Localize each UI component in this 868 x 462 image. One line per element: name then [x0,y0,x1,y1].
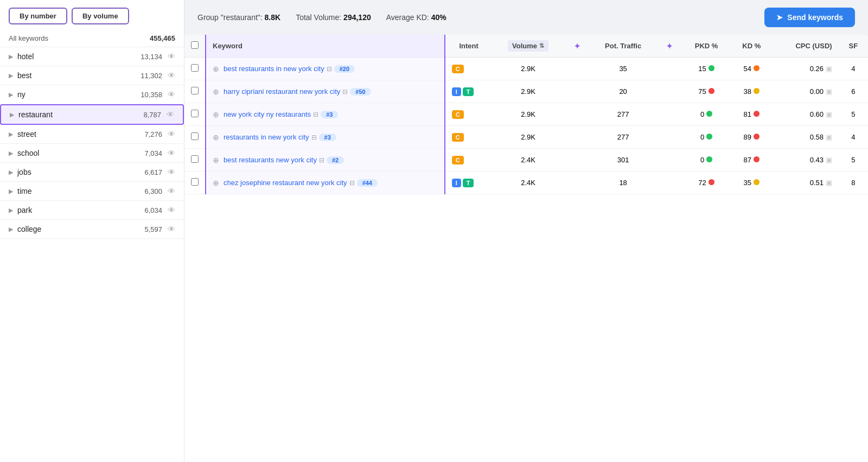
pkd-cell: 0 [682,126,731,149]
cpc-cell: 0.43 ▣ [773,149,839,172]
pot-traffic-cell: 277 [590,103,656,126]
kd-cell: 38 [731,80,773,103]
chevron-right-icon: ▶ [9,169,13,176]
sidebar-item-park[interactable]: ▶ park 6,034 👁 [0,201,184,220]
plus-icon: ⊕ [213,65,219,73]
sidebar-item-hotel[interactable]: ▶ hotel 13,134 👁 [0,47,184,66]
eye-icon[interactable]: 👁 [168,71,175,80]
table-icon: ⊟ [327,65,332,73]
sidebar-item-school[interactable]: ▶ school 7,034 👁 [0,144,184,163]
row-checkbox[interactable] [191,87,199,94]
camera-icon: ▣ [826,87,832,96]
row-checkbox[interactable] [191,132,199,140]
table-row: ⊕ best restaurants new york city ⊟ #2 C … [184,149,868,172]
eye-icon[interactable]: 👁 [168,206,175,214]
cpc-cell: 0.58 ▣ [773,126,839,149]
intent-cell: IT [445,172,493,194]
sparkle-1-header: ✦ [564,35,590,58]
sidebar-item-best[interactable]: ▶ best 11,302 👁 [0,66,184,85]
sidebar-keyword-label: time [17,187,31,195]
intent-badge: C [452,110,464,119]
kd-dot [754,156,760,162]
sidebar-item-college[interactable]: ▶ college 5,597 👁 [0,220,184,239]
eye-icon[interactable]: 👁 [167,110,174,119]
table-icon: ⊟ [319,156,324,164]
row-checkbox-cell [184,126,206,149]
eye-icon[interactable]: 👁 [168,149,175,157]
eye-icon[interactable]: 👁 [168,130,175,138]
eye-icon[interactable]: 👁 [168,225,175,233]
send-keywords-button[interactable]: ➤ Send keywords [764,8,855,27]
sidebar-item-restaurant[interactable]: ▶ restaurant 8,787 👁 [0,104,184,125]
sparkle-cell-2 [656,58,682,80]
row-checkbox[interactable] [191,110,199,117]
row-checkbox[interactable] [191,178,199,186]
keyword-link[interactable]: ⊕ new york city ny restaurants ⊟ #3 [213,110,438,119]
keyword-group-list: ▶ hotel 13,134 👁 ▶ best 11,302 👁 ▶ ny 10… [0,47,184,462]
keyword-link[interactable]: ⊕ restaurants in new york city ⊟ #3 [213,133,438,142]
cpc-cell: 0.26 ▣ [773,58,839,80]
volume-cell: 2.9K [493,80,564,103]
rank-badge: #44 [357,179,378,187]
intent-col-header: Intent [445,35,493,58]
row-checkbox-cell [184,172,206,194]
camera-icon: ▣ [826,179,832,187]
select-all-checkbox[interactable] [191,41,199,49]
table-row: ⊕ chez josephine restaurant new york cit… [184,172,868,194]
by-number-button[interactable]: By number [9,8,67,24]
sidebar: By number By volume All keywords 455,465… [0,0,184,462]
kd-cell: 35 [731,172,773,194]
intent-badge: T [463,87,474,96]
by-volume-button[interactable]: By volume [72,8,129,24]
keyword-link[interactable]: ⊕ chez josephine restaurant new york cit… [213,179,438,187]
sidebar-keyword-label: best [17,71,31,80]
intent-cell: C [445,149,493,172]
kd-dot [754,179,760,185]
volume-cell: 2.9K [493,126,564,149]
chevron-right-icon: ▶ [9,72,13,79]
rank-badge: #3 [319,134,336,141]
sf-col-header: SF [839,35,868,58]
keyword-cell: ⊕ chez josephine restaurant new york cit… [206,172,445,194]
eye-icon[interactable]: 👁 [168,168,175,176]
keyword-cell: ⊕ new york city ny restaurants ⊟ #3 [206,103,445,126]
cpc-col-header: CPC (USD) [773,35,839,58]
sidebar-item-ny[interactable]: ▶ ny 10,358 👁 [0,85,184,104]
sidebar-count: 6,300 [144,187,162,195]
sidebar-item-street[interactable]: ▶ street 7,276 👁 [0,125,184,144]
topbar: Group "restaurant": 8.8K Total Volume: 2… [184,0,868,35]
keyword-link[interactable]: ⊕ best restaurants new york city ⊟ #2 [213,156,438,164]
kd-dot [754,111,760,117]
row-checkbox[interactable] [191,155,199,163]
pkd-dot [706,134,712,140]
keyword-text: best restaurants new york city [224,156,317,164]
sidebar-keyword-label: college [17,225,41,233]
plus-icon: ⊕ [213,133,219,142]
table-row: ⊕ best restaurants in new york city ⊟ #2… [184,58,868,80]
eye-icon[interactable]: 👁 [168,52,175,61]
kd-cell: 89 [731,126,773,149]
sparkle-cell [564,103,590,126]
kd-dot [754,134,760,140]
cpc-cell: 0.00 ▣ [773,80,839,103]
keyword-link[interactable]: ⊕ best restaurants in new york city ⊟ #2… [213,65,438,73]
sidebar-item-jobs[interactable]: ▶ jobs 6,617 👁 [0,163,184,182]
sparkle-2-header: ✦ [656,35,682,58]
sidebar-count: 6,617 [144,168,162,176]
keyword-link[interactable]: ⊕ harry cipriani restaurant new york cit… [213,87,438,96]
pkd-dot [709,88,714,94]
plus-icon: ⊕ [213,110,219,119]
chevron-right-icon: ▶ [9,188,13,195]
row-checkbox[interactable] [191,64,199,72]
sidebar-keyword-label: school [17,149,39,157]
pkd-cell: 0 [682,103,731,126]
kd-dot [754,88,760,94]
eye-icon[interactable]: 👁 [168,187,175,195]
chevron-right-icon: ▶ [10,111,14,118]
sidebar-keyword-label: hotel [17,52,34,61]
sidebar-count: 5,597 [144,225,162,233]
sidebar-item-time[interactable]: ▶ time 6,300 👁 [0,182,184,201]
eye-icon[interactable]: 👁 [168,90,175,99]
kd-cell: 87 [731,149,773,172]
volume-col-header[interactable]: Volume ⇅ [493,35,564,58]
